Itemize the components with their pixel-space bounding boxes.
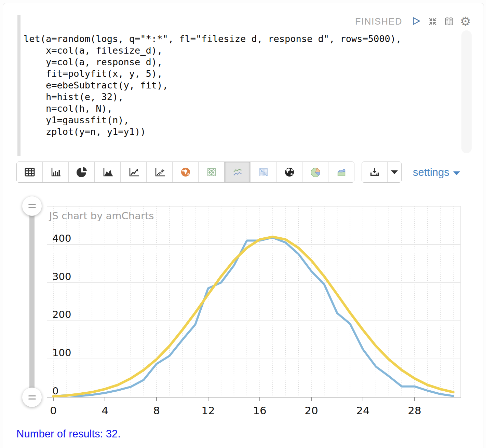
- chart-type-bubble-button[interactable]: [199, 162, 225, 182]
- map-pin-globe-icon: [179, 166, 192, 178]
- svg-text:200: 200: [52, 309, 71, 320]
- pie-chart-icon: [76, 166, 88, 178]
- line-chart-icon: [127, 166, 140, 178]
- chart-type-scatter-button[interactable]: [147, 162, 173, 182]
- chart-type-color-pie-button[interactable]: [302, 162, 328, 182]
- chart-container: 01002003004000481216202428JS chart by am…: [3, 192, 484, 428]
- grip-icon: [28, 398, 36, 400]
- color-pie-chart-icon: [309, 166, 322, 178]
- grip-icon: [28, 395, 36, 396]
- chart-type-bar-button[interactable]: [43, 162, 69, 182]
- svg-text:100: 100: [52, 347, 71, 359]
- svg-text:300: 300: [52, 271, 71, 282]
- play-icon[interactable]: [410, 16, 422, 27]
- scrollbar-handle-bottom[interactable]: [22, 388, 42, 407]
- globe-icon: [283, 166, 296, 178]
- svg-text:JS chart by amCharts: JS chart by amCharts: [49, 210, 154, 222]
- area-chart-icon: [102, 166, 114, 178]
- svg-text:8: 8: [153, 404, 160, 417]
- gear-icon[interactable]: ⚙: [460, 16, 471, 27]
- scrollbar-handle-top[interactable]: [22, 196, 42, 216]
- chart-type-heatmap-button[interactable]: [251, 162, 276, 182]
- status-badge: FINISHED: [355, 16, 402, 27]
- settings-caret-icon: [453, 171, 460, 175]
- chart-type-multiline-button[interactable]: [225, 162, 251, 182]
- download-split-button: [362, 162, 402, 183]
- settings-label: settings: [413, 166, 449, 179]
- chart-canvas: 01002003004000481216202428JS chart by am…: [3, 192, 484, 428]
- paragraph-card: FINISHED ⚙ let(a=random(logs, q="*:*", f: [3, 3, 484, 448]
- chart-type-toolbar: [16, 162, 354, 183]
- table-icon: [24, 166, 36, 178]
- grip-icon: [28, 207, 36, 208]
- chart-type-pie-button[interactable]: [69, 162, 95, 182]
- svg-text:400: 400: [52, 233, 71, 244]
- chart-type-map-button[interactable]: [173, 162, 199, 182]
- caret-down-icon: [391, 170, 398, 174]
- download-button[interactable]: [362, 162, 388, 182]
- bubble-chart-icon: [205, 166, 218, 178]
- editor-gutter-bar: [17, 15, 21, 156]
- chart-type-table-button[interactable]: [17, 162, 43, 182]
- stacked-area-chart-icon: [335, 166, 348, 178]
- chart-type-line-button[interactable]: [121, 162, 147, 182]
- grip-icon: [28, 204, 36, 205]
- chart-type-area-button[interactable]: [95, 162, 121, 182]
- download-options-caret[interactable]: [388, 162, 401, 182]
- book-icon[interactable]: [443, 16, 455, 27]
- chart-type-stacked-area-button[interactable]: [328, 162, 354, 182]
- scatter-plot-icon: [153, 166, 166, 178]
- heatmap-icon: [257, 166, 270, 178]
- multi-line-chart-icon: [231, 166, 244, 178]
- svg-text:4: 4: [102, 404, 108, 417]
- results-count-text: Number of results: 32.: [16, 428, 121, 440]
- chart-type-globe-button[interactable]: [276, 162, 302, 182]
- download-icon: [368, 166, 381, 178]
- code-editor[interactable]: let(a=random(logs, q="*:*", fl="filesize…: [24, 33, 401, 138]
- bar-chart-icon: [50, 166, 62, 178]
- settings-link[interactable]: settings: [413, 166, 460, 179]
- svg-text:12: 12: [201, 404, 215, 417]
- paragraph-status-row: FINISHED ⚙: [355, 15, 471, 28]
- svg-text:16: 16: [253, 404, 266, 417]
- svg-text:24: 24: [356, 404, 369, 417]
- svg-text:0: 0: [50, 404, 57, 417]
- compress-icon[interactable]: [427, 16, 438, 27]
- svg-text:28: 28: [408, 404, 421, 417]
- svg-text:20: 20: [305, 404, 318, 417]
- editor-scrollbar[interactable]: [461, 30, 472, 153]
- value-axis-scrollbar-track[interactable]: [29, 206, 35, 397]
